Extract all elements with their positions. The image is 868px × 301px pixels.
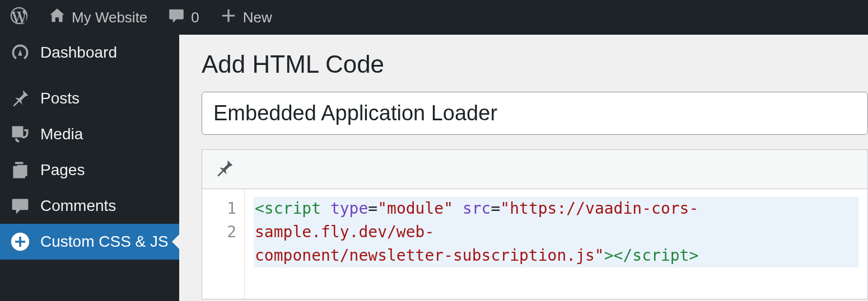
pages-icon	[10, 160, 30, 180]
dashboard-icon	[10, 43, 30, 63]
line-number: 1	[202, 197, 236, 220]
comment-icon	[167, 7, 185, 29]
comment-count: 0	[191, 9, 199, 26]
sidebar-item-comments[interactable]: Comments	[0, 188, 179, 224]
sidebar-item-label: Pages	[40, 161, 85, 179]
code-title-input[interactable]	[202, 92, 868, 135]
wordpress-icon	[10, 7, 28, 29]
sidebar-item-pages[interactable]: Pages	[0, 152, 179, 188]
main-content: Add HTML Code 1 2 <script type="module" …	[179, 35, 868, 301]
code-line	[254, 267, 858, 291]
sidebar-item-label: Posts	[40, 90, 80, 107]
home-icon	[48, 7, 66, 29]
plus-icon	[220, 7, 237, 29]
wordpress-logo[interactable]	[6, 0, 32, 35]
code-lines: <script type="module" src="https://vaadi…	[245, 189, 867, 299]
admin-sidebar: Dashboard Posts Media Pages Comments Cus…	[0, 35, 179, 301]
page-title: Add HTML Code	[202, 50, 868, 78]
site-name-link[interactable]: My Website	[44, 0, 152, 35]
code-area[interactable]: 1 2 <script type="module" src="https://v…	[202, 189, 867, 299]
sidebar-item-dashboard[interactable]: Dashboard	[0, 35, 179, 70]
line-number: 2	[202, 220, 236, 244]
line-gutter: 1 2	[202, 189, 245, 299]
site-name-label: My Website	[72, 9, 147, 26]
sidebar-item-posts[interactable]: Posts	[0, 81, 179, 116]
media-icon	[10, 124, 30, 144]
sidebar-item-custom-css-js[interactable]: Custom CSS & JS	[0, 224, 179, 260]
new-label: New	[243, 9, 272, 26]
new-content-link[interactable]: New	[215, 0, 277, 35]
code-editor: 1 2 <script type="module" src="https://v…	[202, 149, 868, 299]
admin-bar: My Website 0 New	[0, 0, 868, 35]
sidebar-item-label: Comments	[40, 197, 116, 215]
plus-circle-icon	[10, 232, 30, 252]
pin-tool-icon[interactable]	[214, 158, 235, 181]
sidebar-item-media[interactable]: Media	[0, 116, 179, 152]
editor-toolbar	[202, 150, 867, 189]
comments-link[interactable]: 0	[163, 0, 203, 35]
comments-icon	[10, 196, 30, 216]
pin-icon	[10, 88, 30, 109]
sidebar-item-label: Custom CSS & JS	[40, 233, 169, 251]
code-line: <script type="module" src="https://vaadi…	[254, 197, 858, 267]
sidebar-item-label: Dashboard	[40, 44, 117, 62]
sidebar-item-label: Media	[40, 125, 83, 143]
